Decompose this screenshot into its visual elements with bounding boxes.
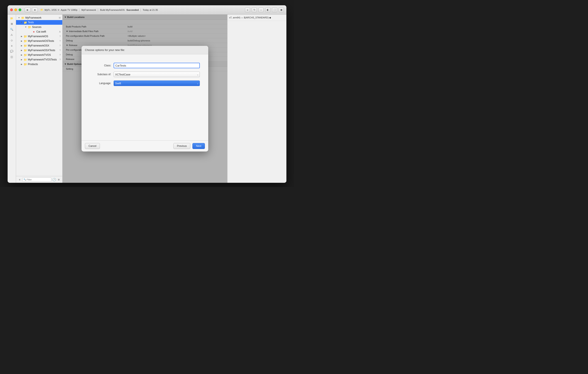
sidebar-item-ios[interactable]: ▶ 📁 MyFrameworkiOS ? (16, 34, 62, 39)
chat-icon-btn[interactable]: 💬 (9, 49, 15, 54)
graph-icon-btn[interactable]: ◫ (9, 54, 15, 59)
right-panel: v7, arm64) — $(ARCHS_STANDARD) ◆ (227, 15, 286, 183)
tvos-badge: ? (59, 54, 61, 56)
tvostests-label: MyFrameworkTVOSTests (28, 58, 57, 61)
refresh-icon[interactable]: ↻ (252, 8, 257, 12)
filter-wrap: 🔍 (22, 178, 51, 182)
sidebar-content: ▼ 📁 MyFramework M ▼ 📁 Tests ▼ 📁 Sources (16, 15, 62, 176)
products-label: Products (28, 63, 38, 66)
archs-text: v7, arm64) — $(ARCHS_STANDARD) ◆ (228, 15, 286, 21)
next-button[interactable]: Next (192, 143, 205, 149)
warning-icon-btn[interactable]: ⚠ (9, 32, 15, 37)
sidebar-item-sources[interactable]: ▼ 📁 Sources (16, 25, 62, 29)
timestamp: Today at 21:35 (143, 9, 158, 11)
filter-input[interactable] (27, 178, 50, 181)
tvostests-disclosure: ▶ (20, 58, 23, 61)
sources-disclosure-icon: ▼ (24, 26, 27, 28)
sidebar-item-products[interactable]: ▶ 📁 Products (16, 62, 62, 66)
sidebar-item-tvos[interactable]: ▶ 📁 MyFrameworkTVOS ? (16, 53, 62, 57)
grid-icon-btn[interactable]: ⊞ (9, 21, 15, 26)
project-name[interactable]: MyFr...VOS (45, 9, 57, 11)
carswift-label: Car.swift (36, 30, 46, 33)
badge-m: M (59, 17, 61, 19)
diamond-icon-btn[interactable]: ◇ (9, 38, 15, 43)
scheme-name[interactable]: Apple TV 1080p (61, 9, 77, 11)
sidebar-right-icon[interactable]: ▣ (279, 8, 284, 12)
build-status: Succeeded (126, 9, 139, 11)
sidebar-left-icon[interactable]: ◧ (265, 8, 270, 12)
class-label: Class: (90, 64, 111, 67)
class-form-row: Class: (82, 63, 208, 68)
cancel-button[interactable]: Cancel (85, 143, 100, 149)
sidebar-item-tvostests[interactable]: ▶ 📁 MyFrameworkTVOSTests ? (16, 57, 62, 62)
subclass-form-row: Subclass of: XCTestCase ⌄ (82, 72, 208, 77)
list-icon-btn[interactable]: ≡ (9, 43, 15, 48)
editor-standard-btn[interactable]: ≡ (245, 8, 250, 12)
clock-btn[interactable]: 🕐 (52, 178, 56, 182)
disclosure-icon: ▼ (18, 16, 20, 19)
products-folder-icon: 📁 (24, 63, 27, 66)
tests-label: Tests (28, 21, 34, 24)
tvos-folder-icon: 📁 (24, 53, 27, 57)
tvos-label: MyFrameworkTVOS (28, 53, 51, 56)
sidebar-toolbar: 📁 ⊞ 🔍 ⚠ ◇ ≡ 💬 ◫ (8, 15, 16, 183)
titlebar: ▶ ■ 📁 MyFr...VOS ▶ Apple TV 1080p │ MyFr… (8, 5, 286, 15)
folder-icon-btn[interactable]: 📁 (9, 16, 15, 21)
tvostests-folder-icon: 📁 (24, 58, 27, 61)
tests-disclosure-icon: ▼ (20, 21, 23, 24)
sep2: │ (79, 9, 80, 11)
osx-badge: ? (59, 45, 61, 47)
stop-button[interactable]: ■ (32, 8, 38, 12)
main-window: ▶ ■ 📁 MyFr...VOS ▶ Apple TV 1080p │ MyFr… (8, 5, 286, 183)
run-button[interactable]: ▶ (25, 8, 31, 12)
class-input[interactable] (114, 63, 200, 68)
osxtests-disclosure: ▶ (20, 49, 23, 52)
iostests-label: MyFrameworkiOSTests (28, 40, 54, 43)
ios-disclosure: ▶ (20, 35, 23, 38)
sidebar-item-iostests[interactable]: ▶ 📁 MyFrameworkiOSTests ? (16, 39, 62, 43)
sidebar-item-myframework[interactable]: ▼ 📁 MyFramework M (16, 15, 62, 20)
subclass-select[interactable]: XCTestCase (114, 72, 200, 77)
previous-button[interactable]: Previous (173, 143, 190, 149)
ios-folder-icon: 📁 (24, 35, 27, 38)
language-select-wrap: Swift ⌄ (114, 81, 200, 86)
language-select[interactable]: Swift (114, 81, 200, 86)
search-icon-btn[interactable]: 🔍 (9, 27, 15, 32)
iostests-folder-icon: 📁 (24, 39, 27, 43)
main-content: 📁 ⊞ 🔍 ⚠ ◇ ≡ 💬 ◫ ▼ 📁 MyFramework M ▼ (8, 15, 286, 183)
ios-badge: ? (59, 35, 61, 38)
sources-folder-icon: 📁 (28, 25, 31, 29)
separator-icon: ▶ (58, 9, 60, 11)
iostests-disclosure: ▶ (20, 40, 23, 42)
sidebar-item-osx[interactable]: ▶ 📁 MyFrameworkOSX ? (16, 43, 62, 48)
subclass-label: Subclass of: (90, 73, 111, 76)
sidebar-item-osxtests[interactable]: ▶ 📁 MyFrameworkOSXTests ? (16, 48, 62, 53)
close-button[interactable] (10, 9, 13, 11)
titlebar-controls: ▶ ■ (25, 8, 38, 12)
titlebar-path: 📁 MyFr...VOS ▶ Apple TV 1080p │ MyFramew… (40, 9, 245, 11)
language-label: Language: (90, 82, 111, 85)
sidebar: ▼ 📁 MyFramework M ▼ 📁 Tests ▼ 📁 Sources (16, 15, 63, 183)
filter-search-icon: 🔍 (23, 178, 26, 181)
project-icon: 📁 (40, 9, 43, 11)
sidebar-item-carswift[interactable]: ▶ ■ Car.swift A (16, 29, 62, 34)
osxtests-folder-icon: 📁 (24, 49, 27, 52)
osx-folder-icon: 📁 (24, 44, 27, 47)
minimize-button[interactable] (14, 9, 17, 11)
subclass-select-wrap: XCTestCase ⌄ (114, 72, 200, 77)
osxtests-label: MyFrameworkOSXTests (28, 49, 55, 52)
tvos-disclosure: ▶ (20, 54, 23, 56)
center-area: ▼ Build Locations Build Products Path bu… (63, 15, 227, 183)
sidebar-bottom-icon[interactable]: ⬜ (272, 8, 277, 12)
back-forward-icon[interactable]: ↔ (259, 8, 263, 12)
language-form-row: Language: Swift ⌄ (82, 81, 208, 86)
dialog-footer-right: Previous Next (173, 143, 205, 149)
ios-label: MyFrameworkiOS (28, 35, 48, 38)
add-file-button[interactable]: + (18, 178, 21, 182)
maximize-button[interactable] (19, 9, 21, 11)
tvostests-badge: ? (59, 59, 61, 61)
sidebar-item-tests[interactable]: ▼ 📁 Tests (16, 20, 62, 25)
dialog-title: Choose options for your new file: (82, 46, 208, 54)
hierarchy-btn[interactable]: ≡ (57, 178, 61, 182)
dialog-overlay: Choose options for your new file: Class:… (63, 15, 227, 183)
